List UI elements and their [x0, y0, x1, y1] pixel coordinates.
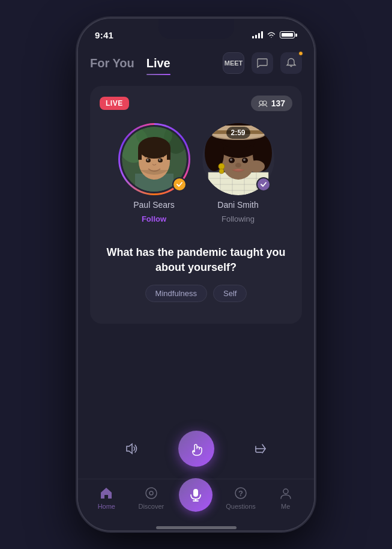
message-icon	[257, 58, 268, 68]
screen: 9:41	[78, 19, 314, 530]
volume-button[interactable]	[119, 435, 145, 462]
verified-badge-dani	[256, 177, 271, 192]
svg-rect-13	[167, 148, 170, 160]
messages-button[interactable]	[252, 52, 273, 74]
avatar-wrapper-dani: 2:59	[202, 123, 274, 195]
timer-badge-dani: 2:59	[226, 127, 250, 139]
tab-live[interactable]: Live	[146, 54, 170, 73]
host-name-dani: Dani Smith	[217, 200, 258, 210]
svg-point-42	[243, 159, 246, 161]
svg-point-41	[230, 159, 232, 161]
following-button-dani[interactable]: Following	[222, 214, 255, 223]
svg-text:?: ?	[238, 489, 243, 498]
viewer-count: 137	[251, 96, 292, 111]
live-badge: LIVE	[100, 97, 129, 110]
share-button[interactable]	[247, 435, 274, 462]
notifications-button[interactable]	[280, 52, 302, 74]
question-text: What has the pandemic taught you about y…	[106, 245, 286, 275]
svg-point-43	[235, 163, 241, 168]
signal-bar-2	[255, 35, 257, 38]
svg-point-16	[146, 159, 148, 161]
status-time: 9:41	[95, 30, 113, 40]
svg-point-11	[138, 137, 170, 159]
mic-icon	[188, 488, 203, 502]
signal-icon	[252, 31, 263, 38]
viewer-number: 137	[271, 99, 285, 108]
signal-bar-4	[261, 31, 263, 38]
live-card-header: LIVE 137	[100, 96, 292, 111]
signal-bar-3	[258, 33, 260, 38]
question-section: What has the pandemic taught you about y…	[100, 233, 292, 285]
tab-for-you[interactable]: For You	[90, 54, 134, 73]
volume-icon	[124, 442, 140, 455]
me-icon	[279, 486, 293, 500]
wifi-icon	[267, 31, 276, 38]
main-content: LIVE 137	[78, 81, 314, 479]
bottom-nav-mic[interactable]	[178, 484, 214, 512]
svg-point-0	[259, 101, 263, 105]
tag-mindfulness[interactable]: Mindfulness	[145, 285, 207, 302]
home-indicator	[156, 526, 237, 529]
svg-point-45	[219, 169, 224, 174]
bottom-nav: Home Discover	[78, 479, 314, 524]
home-icon	[99, 486, 113, 500]
top-nav: For You Live MEET	[78, 47, 314, 81]
bell-icon	[286, 58, 297, 68]
bottom-nav-me[interactable]: Me	[268, 486, 304, 510]
questions-icon: ?	[234, 486, 248, 500]
hand-icon	[187, 440, 205, 458]
checkmark-icon-dani	[260, 181, 267, 188]
meet-button[interactable]: MEET	[223, 52, 244, 74]
follow-button-paul[interactable]: Follow	[142, 214, 166, 223]
host-name-paul: Paul Sears	[133, 200, 174, 210]
bottom-nav-discover[interactable]: Discover	[133, 486, 169, 510]
nav-tabs: For You Live	[90, 54, 170, 73]
discover-icon	[144, 486, 158, 500]
nav-actions: MEET	[223, 52, 302, 74]
tag-self[interactable]: Self	[213, 285, 247, 302]
svg-point-54	[283, 489, 288, 494]
discover-label: Discover	[138, 503, 164, 510]
tags-row: Mindfulness Self	[100, 285, 292, 314]
status-icons	[252, 31, 297, 38]
phone-frame: 9:41	[78, 19, 314, 530]
checkmark-icon	[176, 181, 183, 188]
svg-rect-12	[138, 148, 142, 160]
svg-point-47	[146, 488, 157, 499]
hosts-row: Paul Sears Follow	[100, 123, 292, 223]
signal-bar-1	[252, 36, 254, 38]
verified-badge-paul	[172, 177, 187, 192]
live-card: LIVE 137	[90, 86, 302, 324]
svg-point-48	[149, 491, 153, 495]
svg-point-1	[263, 101, 267, 105]
viewers-icon	[258, 100, 268, 108]
bottom-nav-questions[interactable]: ? Questions	[223, 486, 259, 510]
mic-button[interactable]	[179, 478, 213, 512]
meet-label: MEET	[225, 59, 243, 67]
host-card-dani: 2:59 Dani Smith Following	[202, 123, 274, 223]
avatar-wrapper-paul	[118, 123, 190, 195]
share-icon	[253, 441, 268, 456]
questions-label: Questions	[226, 503, 256, 510]
action-bar	[90, 423, 302, 474]
battery-icon	[280, 31, 297, 38]
bottom-nav-home[interactable]: Home	[88, 486, 124, 510]
phone-notch	[158, 19, 234, 39]
home-label: Home	[98, 503, 115, 510]
host-card-paul: Paul Sears Follow	[118, 123, 190, 223]
svg-rect-49	[193, 489, 198, 497]
me-label: Me	[281, 503, 290, 510]
raise-hand-button[interactable]	[178, 431, 214, 467]
notification-dot	[298, 51, 303, 56]
svg-point-17	[158, 159, 160, 161]
